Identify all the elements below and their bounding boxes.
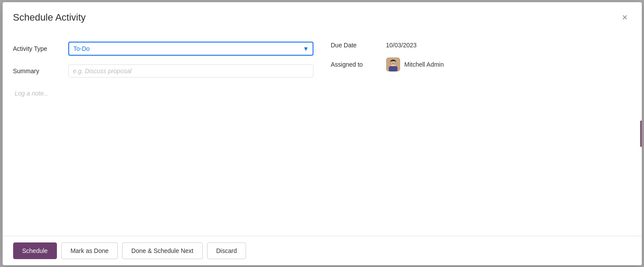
activity-type-select[interactable]: To-Do Email Phone Call Meeting Upload Do… xyxy=(68,42,313,56)
assigned-to-name: Mitchell Admin xyxy=(405,61,444,68)
due-date-row: Due Date 10/03/2023 xyxy=(331,42,631,49)
done-schedule-next-button[interactable]: Done & Schedule Next xyxy=(122,242,203,259)
assigned-to-row: Assigned to xyxy=(331,57,631,71)
due-date-label: Due Date xyxy=(331,42,379,49)
summary-input[interactable] xyxy=(68,64,313,78)
dialog-body: Activity Type To-Do Email Phone Call Mee… xyxy=(3,31,642,236)
schedule-activity-dialog: Schedule Activity × Activity Type To-Do … xyxy=(3,2,642,265)
svg-rect-1 xyxy=(389,66,398,71)
mark-as-done-button[interactable]: Mark as Done xyxy=(61,242,118,259)
summary-label: Summary xyxy=(13,68,61,75)
assigned-to-label: Assigned to xyxy=(331,61,379,68)
schedule-button[interactable]: Schedule xyxy=(13,242,57,259)
dialog-title: Schedule Activity xyxy=(13,12,86,23)
dialog-footer: Schedule Mark as Done Done & Schedule Ne… xyxy=(3,236,642,265)
dialog-overlay: Schedule Activity × Activity Type To-Do … xyxy=(0,0,644,267)
left-column: Activity Type To-Do Email Phone Call Mee… xyxy=(13,42,313,174)
discard-button[interactable]: Discard xyxy=(207,242,246,259)
activity-type-wrapper: To-Do Email Phone Call Meeting Upload Do… xyxy=(68,42,313,56)
form-grid: Activity Type To-Do Email Phone Call Mee… xyxy=(13,42,631,174)
due-date-value[interactable]: 10/03/2023 xyxy=(386,42,417,49)
right-column: Due Date 10/03/2023 Assigned to xyxy=(331,42,631,174)
close-button[interactable]: × xyxy=(619,11,631,24)
avatar-image xyxy=(386,57,400,71)
note-textarea[interactable] xyxy=(13,86,313,174)
summary-row: Summary xyxy=(13,64,313,78)
assigned-to-wrapper: Mitchell Admin xyxy=(386,57,444,71)
activity-type-label: Activity Type xyxy=(13,45,61,52)
right-border-indicator xyxy=(640,121,642,147)
dialog-header: Schedule Activity × xyxy=(3,2,642,31)
avatar xyxy=(386,57,400,71)
activity-type-row: Activity Type To-Do Email Phone Call Mee… xyxy=(13,42,313,56)
